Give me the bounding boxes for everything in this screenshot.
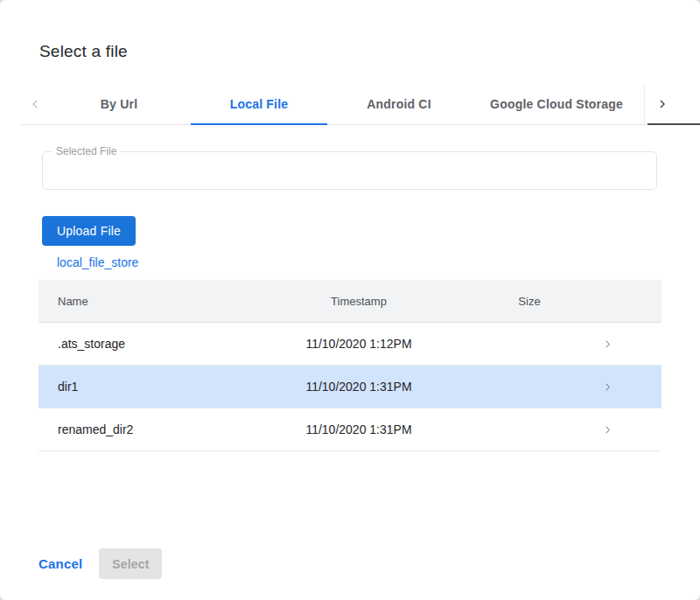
- cancel-button[interactable]: Cancel: [35, 556, 86, 571]
- timestamp-cell: 11/10/2020 1:31PM: [254, 380, 464, 394]
- tab-label: Android CI: [367, 97, 431, 111]
- tab-label: Google Cloud Storage: [490, 97, 623, 111]
- tab-bar: By Url Local File Android CI Google Clou…: [21, 84, 679, 125]
- file-name-cell: .ats_storage: [38, 337, 254, 351]
- timestamp-cell: 11/10/2020 1:31PM: [254, 422, 464, 436]
- selected-file-label: Selected File: [52, 145, 121, 157]
- chevron-right-icon: [655, 97, 669, 111]
- table-row-selected[interactable]: dir1 11/10/2020 1:31PM: [38, 366, 662, 408]
- selected-file-input[interactable]: [43, 152, 656, 189]
- file-table: Name Timestamp Size .ats_storage 11/10/2…: [38, 280, 662, 451]
- selected-file-field: Selected File: [42, 151, 657, 190]
- upload-file-button[interactable]: Upload File: [42, 216, 136, 246]
- chevron-right-icon[interactable]: [601, 338, 614, 351]
- tab-bar-edge: [648, 123, 700, 125]
- file-name-cell: dir1: [38, 380, 254, 394]
- chevron-left-icon: [28, 97, 42, 111]
- chevron-right-icon[interactable]: [601, 380, 614, 394]
- tabs-next-button[interactable]: [644, 84, 679, 124]
- timestamp-cell: 11/10/2020 1:12PM: [254, 337, 464, 351]
- select-file-dialog: Select a file By Url Local File Android …: [0, 0, 700, 600]
- column-header-size: Size: [464, 295, 595, 308]
- file-name-cell: renamed_dir2: [38, 422, 254, 436]
- tab-android-ci[interactable]: Android CI: [329, 84, 469, 124]
- table-row[interactable]: .ats_storage 11/10/2020 1:12PM: [38, 323, 662, 366]
- tab-by-url[interactable]: By Url: [49, 84, 189, 124]
- tab-local-file[interactable]: Local File: [189, 84, 329, 124]
- table-header-row: Name Timestamp Size: [38, 280, 662, 323]
- column-header-name: Name: [38, 295, 254, 308]
- column-header-timestamp: Timestamp: [254, 295, 464, 308]
- table-row[interactable]: renamed_dir2 11/10/2020 1:31PM: [38, 408, 662, 451]
- local-file-store-link[interactable]: local_file_store: [57, 255, 138, 269]
- tabs-previous-button[interactable]: [21, 84, 49, 124]
- tab-google-cloud-storage[interactable]: Google Cloud Storage: [469, 84, 644, 124]
- tab-label: By Url: [101, 97, 137, 111]
- dialog-footer: Cancel Select: [35, 548, 162, 579]
- tab-label: Local File: [230, 97, 289, 111]
- chevron-right-icon[interactable]: [601, 423, 614, 436]
- dialog-title: Select a file: [39, 42, 128, 61]
- select-button[interactable]: Select: [99, 548, 162, 579]
